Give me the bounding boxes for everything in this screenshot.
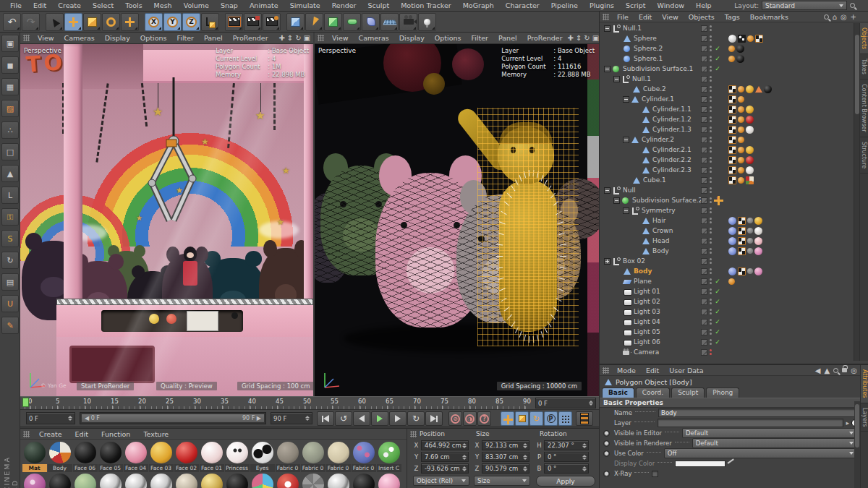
expander-icon[interactable] [623, 137, 629, 143]
z-axis-icon[interactable]: Z [182, 13, 200, 31]
visibility-dots[interactable] [710, 46, 712, 51]
material-body[interactable]: Body [47, 440, 72, 472]
goto-end-button[interactable] [425, 411, 443, 426]
uv-tag-icon[interactable] [738, 267, 746, 275]
tree-row-cylinder-1[interactable]: Cylinder.1 [600, 94, 854, 104]
panel-grip[interactable] [23, 35, 30, 41]
visibility-dots[interactable] [710, 76, 712, 82]
pan-view-icon[interactable]: ✚ [278, 33, 284, 43]
visibility-column[interactable] [701, 76, 712, 82]
visibility-column[interactable] [701, 187, 712, 194]
menu-item-sculpt[interactable]: Sculpt [362, 1, 396, 9]
visibility-column[interactable] [701, 207, 712, 214]
sweep-icon[interactable] [343, 13, 361, 31]
viewport-editor[interactable]: ViewCamerasDisplayOptionsFilterPanelProR… [315, 33, 599, 396]
visibility-dots[interactable] [710, 278, 712, 284]
visibility-column[interactable] [701, 258, 712, 265]
matWhite-tag-icon[interactable] [728, 35, 736, 43]
matGold-tag-icon[interactable] [746, 106, 754, 114]
viewport-menu-prorender[interactable]: ProRender [522, 34, 568, 42]
key-rotation-button[interactable]: ↻ [529, 411, 543, 426]
material-tile[interactable] [250, 472, 275, 488]
maximize-view-icon[interactable]: ▣ [592, 33, 599, 43]
polygons-mode-icon[interactable]: ▲ [1, 165, 19, 182]
autokey-record-button[interactable]: ⊘ [448, 411, 462, 426]
viewport-left-canvas[interactable]: TOY ★ ★ ★ ★ [20, 44, 313, 396]
target-icon[interactable]: ◎ [851, 367, 857, 374]
environment-icon[interactable] [380, 13, 399, 31]
material-fabric-0[interactable]: Fabric 0 [351, 440, 376, 472]
visibility-dots[interactable] [710, 96, 712, 102]
visibility-column[interactable]: ✓ [701, 278, 721, 285]
size-y-field[interactable]: 83.307 cm [482, 452, 529, 462]
pen-spline-icon[interactable] [305, 13, 323, 31]
scale-tool-icon[interactable] [83, 13, 101, 31]
menu-item-character[interactable]: Character [500, 1, 545, 9]
timeline-panel-button[interactable] [576, 411, 593, 426]
next-frame-button[interactable] [389, 411, 407, 426]
visibility-dots[interactable] [710, 258, 712, 264]
material-tile[interactable] [22, 472, 47, 488]
start-prorender-button[interactable]: Start ProRender [77, 382, 134, 390]
material-menu-texture[interactable]: Texture [137, 430, 175, 438]
visibility-column[interactable]: ✓ [701, 298, 721, 305]
radio-icon[interactable] [603, 440, 610, 447]
visibility-dots[interactable] [710, 137, 712, 142]
phong-tag-icon[interactable] [728, 46, 735, 52]
visibility-column[interactable]: ✓ [701, 308, 721, 315]
visibility-column[interactable] [701, 177, 712, 184]
enable-axis-icon[interactable]: L [1, 187, 19, 204]
om-menu-edit[interactable]: Edit [634, 13, 657, 21]
rotation-b-field[interactable]: 0 ° [544, 463, 589, 474]
matBlack-tag-icon[interactable] [764, 85, 772, 93]
lock-icon[interactable] [842, 368, 847, 372]
model-mode-icon[interactable]: ◼ [1, 56, 19, 74]
texture-grid-icon[interactable]: ▤ [1, 273, 19, 291]
position-y-field[interactable]: 7.69 cm [421, 452, 469, 462]
visibility-column[interactable] [701, 167, 712, 174]
x-axis-icon[interactable]: X [145, 13, 163, 31]
visibility-column[interactable] [701, 238, 712, 244]
visibility-column[interactable] [701, 218, 712, 224]
texture-mode-icon[interactable]: ▦ [1, 78, 19, 95]
panel-grip[interactable] [410, 431, 417, 437]
menu-item-snap[interactable]: Snap [215, 1, 244, 9]
material-face-06[interactable]: Face 06 [72, 440, 98, 472]
visibility-column[interactable] [701, 157, 712, 163]
radio-icon[interactable] [603, 430, 610, 437]
phong-tag-icon[interactable] [728, 56, 735, 62]
tree-row-light-02[interactable]: Light 02✓ [600, 296, 854, 307]
dotGray-tag-icon[interactable] [747, 218, 753, 223]
material-tile[interactable] [275, 472, 300, 488]
tree-row-box-02[interactable]: Box 02 [600, 256, 854, 266]
visibility-dots[interactable] [710, 116, 712, 122]
render-view-icon[interactable] [225, 13, 243, 31]
visibility-dots[interactable] [710, 35, 712, 41]
play-loop-button[interactable]: ↻ [407, 411, 425, 426]
rotate-workplane-icon[interactable]: ↻ [1, 252, 19, 269]
material-insert-c[interactable]: Insert C [376, 440, 401, 472]
material-face-04[interactable]: Face 04 [123, 440, 148, 472]
side-tab-objects[interactable]: Objects [860, 23, 868, 54]
attribute-scrollbar[interactable] [854, 401, 860, 488]
tree-row-cylinder-2-2[interactable]: Cylinder.2.2 [600, 155, 854, 165]
blue-tag-icon[interactable] [728, 237, 736, 245]
search-icon[interactable] [833, 368, 838, 373]
om-menu-view[interactable]: View [657, 13, 684, 21]
uv-tag-icon[interactable] [738, 227, 746, 235]
tree-row-sphere-1[interactable]: Sphere.1✓ [600, 53, 854, 64]
rotation-h-field[interactable]: 22.307 ° [544, 440, 589, 450]
visibility-dots[interactable] [710, 248, 712, 254]
x-ray-checkbox[interactable] [652, 471, 658, 477]
visibility-column[interactable] [701, 106, 712, 113]
menu-item-file[interactable]: File [4, 1, 27, 9]
viewport-menu-view[interactable]: View [327, 34, 354, 42]
use-color-select[interactable]: Off [664, 448, 857, 458]
pan-view-icon[interactable]: ✚ [568, 33, 574, 43]
visibility-dots[interactable] [710, 207, 712, 213]
material-face-01[interactable]: Face 01 [199, 440, 224, 472]
coordinate-system-icon[interactable] [201, 13, 219, 31]
tree-row-cylinder-1-2[interactable]: Cylinder.1.2 [600, 114, 854, 124]
matPink-tag-icon[interactable] [754, 267, 762, 275]
expander-icon[interactable] [604, 187, 610, 194]
